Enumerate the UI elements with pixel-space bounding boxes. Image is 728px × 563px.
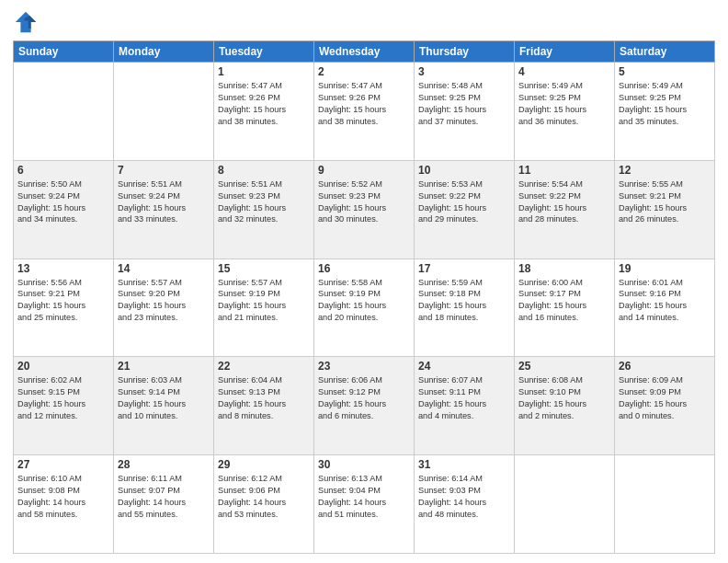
calendar-cell [515,455,615,554]
day-number: 14 [118,262,210,275]
calendar-cell [114,63,214,161]
calendar-cell: 9Sunrise: 5:52 AM Sunset: 9:23 PM Daylig… [314,160,415,259]
day-info: Sunrise: 6:00 AM Sunset: 9:17 PM Dayligh… [518,277,610,325]
calendar-cell: 14Sunrise: 5:57 AM Sunset: 9:20 PM Dayli… [114,259,214,357]
day-number: 30 [318,458,410,471]
header [13,9,715,35]
calendar-cell: 16Sunrise: 5:58 AM Sunset: 9:19 PM Dayli… [314,259,415,357]
day-number: 28 [118,458,210,471]
day-number: 27 [17,458,109,471]
day-info: Sunrise: 5:49 AM Sunset: 9:25 PM Dayligh… [619,80,711,128]
day-info: Sunrise: 6:10 AM Sunset: 9:08 PM Dayligh… [17,473,109,521]
day-info: Sunrise: 6:11 AM Sunset: 9:07 PM Dayligh… [118,473,210,521]
calendar-cell: 8Sunrise: 5:51 AM Sunset: 9:23 PM Daylig… [214,160,314,259]
day-info: Sunrise: 5:55 AM Sunset: 9:21 PM Dayligh… [619,178,711,226]
weekday-header: Monday [114,41,214,63]
day-number: 3 [418,65,510,78]
day-info: Sunrise: 6:14 AM Sunset: 9:03 PM Dayligh… [418,473,510,521]
day-info: Sunrise: 5:53 AM Sunset: 9:22 PM Dayligh… [418,178,510,226]
day-number: 26 [619,360,711,373]
calendar-cell: 13Sunrise: 5:56 AM Sunset: 9:21 PM Dayli… [14,259,114,357]
day-number: 21 [118,360,210,373]
day-info: Sunrise: 5:54 AM Sunset: 9:22 PM Dayligh… [518,178,610,226]
calendar-cell: 15Sunrise: 5:57 AM Sunset: 9:19 PM Dayli… [214,259,314,357]
calendar-cell: 25Sunrise: 6:08 AM Sunset: 9:10 PM Dayli… [515,357,615,455]
calendar-cell: 2Sunrise: 5:47 AM Sunset: 9:26 PM Daylig… [314,63,415,161]
weekday-header: Sunday [14,41,114,63]
day-number: 20 [17,360,109,373]
calendar-cell: 27Sunrise: 6:10 AM Sunset: 9:08 PM Dayli… [14,455,114,554]
day-number: 10 [418,164,510,177]
calendar-header-row: SundayMondayTuesdayWednesdayThursdayFrid… [14,41,715,63]
day-number: 2 [318,65,410,78]
day-info: Sunrise: 5:49 AM Sunset: 9:25 PM Dayligh… [518,80,610,128]
day-info: Sunrise: 6:08 AM Sunset: 9:10 PM Dayligh… [518,374,610,422]
day-number: 13 [17,262,109,275]
calendar-cell: 29Sunrise: 6:12 AM Sunset: 9:06 PM Dayli… [214,455,314,554]
day-info: Sunrise: 5:59 AM Sunset: 9:18 PM Dayligh… [418,277,510,325]
calendar-table: SundayMondayTuesdayWednesdayThursdayFrid… [13,40,715,554]
day-number: 23 [318,360,410,373]
day-number: 22 [218,360,310,373]
logo [13,9,42,35]
day-number: 15 [218,262,310,275]
calendar-cell: 11Sunrise: 5:54 AM Sunset: 9:22 PM Dayli… [515,160,615,259]
calendar-cell: 12Sunrise: 5:55 AM Sunset: 9:21 PM Dayli… [615,160,715,259]
day-info: Sunrise: 6:02 AM Sunset: 9:15 PM Dayligh… [17,374,109,422]
calendar-cell: 1Sunrise: 5:47 AM Sunset: 9:26 PM Daylig… [214,63,314,161]
calendar-cell: 24Sunrise: 6:07 AM Sunset: 9:11 PM Dayli… [415,357,515,455]
day-info: Sunrise: 6:12 AM Sunset: 9:06 PM Dayligh… [218,473,310,521]
calendar-cell: 17Sunrise: 5:59 AM Sunset: 9:18 PM Dayli… [415,259,515,357]
day-info: Sunrise: 6:13 AM Sunset: 9:04 PM Dayligh… [318,473,410,521]
calendar-cell: 23Sunrise: 6:06 AM Sunset: 9:12 PM Dayli… [314,357,415,455]
calendar-cell: 22Sunrise: 6:04 AM Sunset: 9:13 PM Dayli… [214,357,314,455]
calendar-cell: 21Sunrise: 6:03 AM Sunset: 9:14 PM Dayli… [114,357,214,455]
day-info: Sunrise: 5:47 AM Sunset: 9:26 PM Dayligh… [218,80,310,128]
day-number: 12 [619,164,711,177]
day-info: Sunrise: 6:09 AM Sunset: 9:09 PM Dayligh… [619,374,711,422]
day-number: 11 [518,164,610,177]
calendar-cell: 19Sunrise: 6:01 AM Sunset: 9:16 PM Dayli… [615,259,715,357]
calendar-week-row: 1Sunrise: 5:47 AM Sunset: 9:26 PM Daylig… [14,63,715,161]
calendar-cell: 7Sunrise: 5:51 AM Sunset: 9:24 PM Daylig… [114,160,214,259]
calendar-cell: 10Sunrise: 5:53 AM Sunset: 9:22 PM Dayli… [415,160,515,259]
day-number: 25 [518,360,610,373]
calendar-cell: 31Sunrise: 6:14 AM Sunset: 9:03 PM Dayli… [415,455,515,554]
calendar-cell: 3Sunrise: 5:48 AM Sunset: 9:25 PM Daylig… [415,63,515,161]
day-number: 1 [218,65,310,78]
day-number: 5 [619,65,711,78]
calendar-week-row: 6Sunrise: 5:50 AM Sunset: 9:24 PM Daylig… [14,160,715,259]
day-number: 9 [318,164,410,177]
calendar-week-row: 13Sunrise: 5:56 AM Sunset: 9:21 PM Dayli… [14,259,715,357]
calendar-week-row: 20Sunrise: 6:02 AM Sunset: 9:15 PM Dayli… [14,357,715,455]
calendar-cell: 6Sunrise: 5:50 AM Sunset: 9:24 PM Daylig… [14,160,114,259]
weekday-header: Thursday [415,41,515,63]
day-number: 29 [218,458,310,471]
page: SundayMondayTuesdayWednesdayThursdayFrid… [0,0,728,563]
day-number: 18 [518,262,610,275]
calendar-cell: 20Sunrise: 6:02 AM Sunset: 9:15 PM Dayli… [14,357,114,455]
weekday-header: Saturday [615,41,715,63]
calendar-week-row: 27Sunrise: 6:10 AM Sunset: 9:08 PM Dayli… [14,455,715,554]
day-info: Sunrise: 5:57 AM Sunset: 9:19 PM Dayligh… [218,277,310,325]
day-info: Sunrise: 5:51 AM Sunset: 9:23 PM Dayligh… [218,178,310,226]
calendar-cell [14,63,114,161]
day-info: Sunrise: 5:47 AM Sunset: 9:26 PM Dayligh… [318,80,410,128]
calendar-cell: 28Sunrise: 6:11 AM Sunset: 9:07 PM Dayli… [114,455,214,554]
logo-icon [13,9,39,35]
day-number: 8 [218,164,310,177]
calendar-cell: 5Sunrise: 5:49 AM Sunset: 9:25 PM Daylig… [615,63,715,161]
weekday-header: Friday [515,41,615,63]
day-info: Sunrise: 6:03 AM Sunset: 9:14 PM Dayligh… [118,374,210,422]
weekday-header: Wednesday [314,41,415,63]
weekday-header: Tuesday [214,41,314,63]
day-info: Sunrise: 5:58 AM Sunset: 9:19 PM Dayligh… [318,277,410,325]
day-info: Sunrise: 5:57 AM Sunset: 9:20 PM Dayligh… [118,277,210,325]
day-number: 19 [619,262,711,275]
day-number: 4 [518,65,610,78]
calendar-cell: 18Sunrise: 6:00 AM Sunset: 9:17 PM Dayli… [515,259,615,357]
day-info: Sunrise: 5:50 AM Sunset: 9:24 PM Dayligh… [17,178,109,226]
day-info: Sunrise: 6:04 AM Sunset: 9:13 PM Dayligh… [218,374,310,422]
day-info: Sunrise: 6:07 AM Sunset: 9:11 PM Dayligh… [418,374,510,422]
day-info: Sunrise: 6:06 AM Sunset: 9:12 PM Dayligh… [318,374,410,422]
